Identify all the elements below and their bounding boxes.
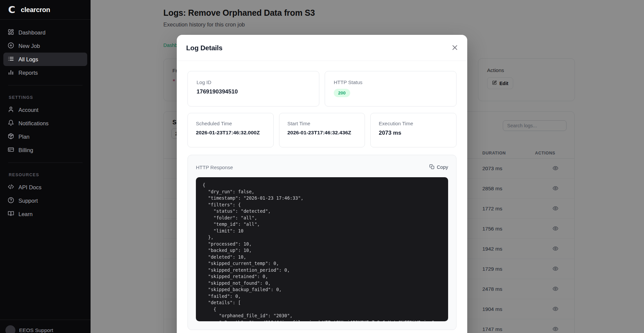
sidebar-item-label: Dashboard (18, 29, 46, 36)
copy-button-label: Copy (437, 164, 448, 170)
http-response-json: { "dry_run": false, "timestamp": "2026-0… (203, 182, 441, 321)
sidebar-item-billing[interactable]: Billing (3, 143, 87, 157)
sidebar-item-label: Plan (18, 134, 30, 140)
sidebar-item-label: All Logs (18, 56, 38, 63)
sidebar-item-label: Billing (18, 147, 33, 153)
book-open-icon (8, 210, 14, 218)
sidebar-item-label: Learn (18, 211, 33, 217)
json-code-block: { "dry_run": false, "timestamp": "2026-0… (196, 177, 448, 321)
resources-section-label: RESOURCES (9, 173, 85, 177)
package-icon (8, 133, 14, 141)
sidebar-item-learn[interactable]: Learn (3, 207, 87, 221)
footer-user-name: EEOS Support (19, 327, 53, 333)
log-details-modal: Log Details Log ID 1769190394510 HTTP St… (177, 35, 467, 333)
http-response-header: HTTP Response Copy (196, 162, 448, 172)
clearcron-logo-icon: C (7, 5, 17, 15)
scheduled-time-card: Scheduled Time 2026-01-23T17:46:32.000Z (187, 113, 274, 147)
execution-time-value: 2073 ms (379, 130, 448, 136)
sidebar-item-dashboard[interactable]: Dashboard (3, 26, 87, 39)
scheduled-time-label: Scheduled Time (196, 121, 265, 126)
sidebar-item-label: Reports (18, 70, 38, 76)
divider (8, 162, 83, 163)
http-response-card: HTTP Response Copy { "dry_run": false, "… (187, 155, 457, 330)
sidebar-item-label: API Docs (18, 184, 42, 191)
copy-button[interactable]: Copy (429, 164, 448, 170)
sidebar-item-api-docs[interactable]: API Docs (3, 181, 87, 194)
sidebar-item-reports[interactable]: Reports (3, 66, 87, 79)
brand-name: clearcron (21, 6, 50, 14)
settings-section-label: SETTINGS (9, 95, 85, 100)
list-icon (8, 56, 14, 63)
avatar (5, 325, 15, 333)
close-button[interactable] (450, 44, 459, 52)
start-time-value: 2026-01-23T17:46:32.436Z (287, 130, 357, 136)
execution-time-label: Execution Time (379, 121, 448, 126)
help-circle-icon (8, 197, 14, 205)
log-id-card: Log ID 1769190394510 (187, 71, 319, 107)
sidebar-nav: Dashboard New Job All Logs Reports SETTI… (0, 20, 91, 221)
credit-card-icon (8, 146, 14, 154)
http-status-label: HTTP Status (334, 79, 447, 85)
copy-icon (429, 164, 434, 170)
modal-header: Log Details (177, 35, 467, 61)
close-icon (451, 48, 459, 53)
sidebar-item-label: Notifications (18, 120, 49, 127)
start-time-card: Start Time 2026-01-23T17:46:32.436Z (279, 113, 365, 147)
divider (8, 85, 83, 85)
scheduled-time-value: 2026-01-23T17:46:32.000Z (196, 130, 265, 136)
http-response-label: HTTP Response (196, 164, 233, 170)
modal-title: Log Details (186, 44, 222, 52)
sidebar: C clearcron Dashboard New Job All Logs R… (0, 0, 91, 333)
bell-icon (8, 120, 14, 127)
status-badge: 200 (334, 89, 350, 97)
sidebar-item-notifications[interactable]: Notifications (3, 117, 87, 130)
bar-chart-icon (8, 69, 14, 77)
sidebar-item-support[interactable]: Support (3, 194, 87, 207)
log-id-label: Log ID (197, 79, 310, 85)
sidebar-footer-user[interactable]: EEOS Support (0, 320, 91, 333)
brand: C clearcron (0, 0, 91, 20)
sidebar-item-all-logs[interactable]: All Logs (3, 53, 87, 66)
sidebar-item-plan[interactable]: Plan (3, 130, 87, 143)
sidebar-item-label: Account (18, 107, 39, 113)
start-time-label: Start Time (287, 121, 357, 126)
code-icon (8, 184, 14, 191)
log-id-value: 1769190394510 (197, 88, 310, 95)
user-icon (8, 106, 14, 114)
execution-time-card: Execution Time 2073 ms (370, 113, 457, 147)
sidebar-item-account[interactable]: Account (3, 103, 87, 117)
http-status-card: HTTP Status 200 (325, 71, 457, 107)
modal-body: Log ID 1769190394510 HTTP Status 200 Sch… (177, 61, 467, 330)
plus-circle-icon (8, 42, 14, 50)
sidebar-item-label: New Job (18, 43, 40, 49)
sidebar-item-label: Support (18, 198, 38, 204)
sidebar-item-new-job[interactable]: New Job (3, 39, 87, 53)
dashboard-icon (8, 29, 14, 37)
